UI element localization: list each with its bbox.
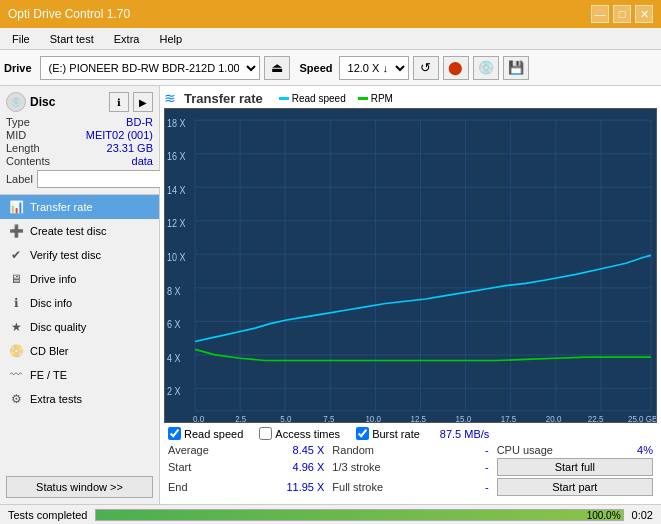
status-text: Tests completed (8, 509, 87, 521)
nav-verify-disc-label: Verify test disc (30, 249, 101, 261)
nav-disc-quality-label: Disc quality (30, 321, 86, 333)
burst-rate-check[interactable] (356, 427, 369, 440)
titlebar-title: Opti Drive Control 1.70 (8, 7, 130, 21)
type-label: Type (6, 116, 30, 128)
read-speed-check-label: Read speed (184, 428, 243, 440)
disc-arrow-btn[interactable]: ▶ (133, 92, 153, 112)
end-row: End 11.95 X (168, 478, 324, 496)
nav-cd-bler[interactable]: 📀 CD Bler (0, 339, 159, 363)
access-times-check-label: Access times (275, 428, 340, 440)
status-window-btn[interactable]: Status window >> (6, 476, 153, 498)
stroke2-label: Full stroke (332, 481, 383, 493)
random-value: - (485, 444, 489, 456)
nav-fe-te-label: FE / TE (30, 369, 67, 381)
stroke2-value: - (485, 481, 489, 493)
read-speed-checkbox[interactable]: Read speed (168, 427, 243, 440)
nav-create-test-disc[interactable]: ➕ Create test disc (0, 219, 159, 243)
close-button[interactable]: ✕ (635, 5, 653, 23)
contents-value: data (132, 155, 153, 167)
svg-text:10.0: 10.0 (365, 414, 381, 422)
nav-extra-tests[interactable]: ⚙ Extra tests (0, 387, 159, 411)
burst-rate-checkbox[interactable]: Burst rate (356, 427, 420, 440)
nav-transfer-rate[interactable]: 📊 Transfer rate (0, 195, 159, 219)
nav-disc-info-label: Disc info (30, 297, 72, 309)
average-row: Average 8.45 X (168, 444, 324, 456)
elapsed-time: 0:02 (632, 509, 653, 521)
disc-button[interactable]: 💿 (473, 56, 499, 80)
nav-fe-te[interactable]: 〰 FE / TE (0, 363, 159, 387)
svg-text:15.0: 15.0 (456, 414, 472, 422)
contents-label: Contents (6, 155, 50, 167)
nav-extra-tests-label: Extra tests (30, 393, 82, 405)
svg-text:14 X: 14 X (167, 184, 186, 196)
nav-drive-info[interactable]: 🖥 Drive info (0, 267, 159, 291)
menu-file[interactable]: File (4, 31, 38, 47)
stroke1-label: 1/3 stroke (332, 461, 380, 473)
end-value: 11.95 X (286, 481, 324, 493)
minimize-button[interactable]: — (591, 5, 609, 23)
read-speed-check[interactable] (168, 427, 181, 440)
disc-quality-icon: ★ (8, 320, 24, 334)
start-part-button[interactable]: Start part (497, 478, 653, 496)
svg-text:17.5: 17.5 (501, 414, 517, 422)
access-times-checkbox[interactable]: Access times (259, 427, 340, 440)
menu-start-test[interactable]: Start test (42, 31, 102, 47)
disc-info-btn[interactable]: ℹ (109, 92, 129, 112)
toolbar: Drive (E:) PIONEER BD-RW BDR-212D 1.00 ⏏… (0, 50, 661, 86)
eject-button[interactable]: ⏏ (264, 56, 290, 80)
start-label: Start (168, 461, 191, 473)
disc-info-icon: ℹ (8, 296, 24, 310)
svg-text:2 X: 2 X (167, 386, 181, 398)
average-value: 8.45 X (293, 444, 325, 456)
start-full-button[interactable]: Start full (497, 458, 653, 476)
svg-text:25.0 GB: 25.0 GB (628, 414, 656, 422)
verify-disc-icon: ✔ (8, 248, 24, 262)
svg-text:20.0: 20.0 (546, 414, 562, 422)
mid-value: MEIT02 (001) (86, 129, 153, 141)
refresh-button[interactable]: ↺ (413, 56, 439, 80)
cpu-row: CPU usage 4% (497, 444, 653, 456)
start-value: 4.96 X (293, 461, 325, 473)
legend-read-speed-label: Read speed (292, 93, 346, 104)
access-times-check[interactable] (259, 427, 272, 440)
stroke1-row: 1/3 stroke - (332, 458, 488, 476)
save-button[interactable]: 💾 (503, 56, 529, 80)
stats-grid: Average 8.45 X Random - CPU usage 4% Sta… (164, 444, 657, 496)
transfer-rate-icon: 📊 (8, 200, 24, 214)
maximize-button[interactable]: □ (613, 5, 631, 23)
legend-rpm-label: RPM (371, 93, 393, 104)
menubar: File Start test Extra Help (0, 28, 661, 50)
random-row: Random - (332, 444, 488, 456)
svg-text:0.0: 0.0 (193, 414, 204, 422)
drive-label: Drive (4, 62, 32, 74)
label-input[interactable] (37, 170, 170, 188)
nav-drive-info-label: Drive info (30, 273, 76, 285)
nav-create-disc-label: Create test disc (30, 225, 106, 237)
stroke2-row: Full stroke - (332, 478, 488, 496)
svg-text:16 X: 16 X (167, 151, 186, 163)
titlebar: Opti Drive Control 1.70 — □ ✕ (0, 0, 661, 28)
menu-help[interactable]: Help (151, 31, 190, 47)
cpu-value: 4% (637, 444, 653, 456)
burn-button[interactable]: ⬤ (443, 56, 469, 80)
nav-verify-test-disc[interactable]: ✔ Verify test disc (0, 243, 159, 267)
nav-disc-info[interactable]: ℹ Disc info (0, 291, 159, 315)
chart-header: ≋ Transfer rate Read speed RPM (164, 90, 657, 106)
main-area: 💿 Disc ℹ ▶ Type BD-R MID MEIT02 (001) Le… (0, 86, 661, 504)
end-label: End (168, 481, 188, 493)
chart-area: ≋ Transfer rate Read speed RPM 18 X (160, 86, 661, 504)
svg-text:2.5: 2.5 (235, 414, 246, 422)
speed-label: Speed (300, 62, 333, 74)
menu-extra[interactable]: Extra (106, 31, 148, 47)
nav-transfer-rate-label: Transfer rate (30, 201, 93, 213)
legend-rpm: RPM (358, 93, 393, 104)
statusbar: Tests completed 100.0% 0:02 (0, 504, 661, 524)
speed-select[interactable]: 12.0 X ↓ (339, 56, 409, 80)
svg-text:4 X: 4 X (167, 352, 181, 364)
disc-panel: 💿 Disc ℹ ▶ Type BD-R MID MEIT02 (001) Le… (0, 86, 159, 195)
extra-tests-icon: ⚙ (8, 392, 24, 406)
drive-select[interactable]: (E:) PIONEER BD-RW BDR-212D 1.00 (40, 56, 260, 80)
nav-disc-quality[interactable]: ★ Disc quality (0, 315, 159, 339)
disc-icon: 💿 (6, 92, 26, 112)
svg-text:7.5: 7.5 (323, 414, 334, 422)
